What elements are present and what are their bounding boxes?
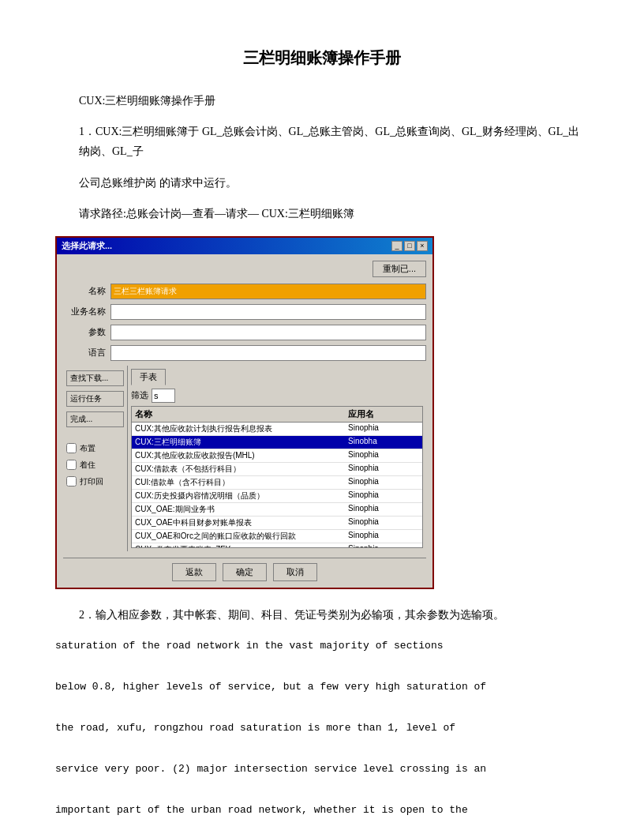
intro-paragraph: CUX:三栏明细账簿操作手册: [55, 91, 589, 111]
list-item-name: CUX_卷套发票来账表_ZFY: [135, 544, 348, 548]
list-item-app: Sinophia: [348, 504, 419, 515]
find-download-button[interactable]: 查找下载...: [66, 370, 124, 386]
list-area: 名称 应用名 CUX:其他应收款计划执行报告利息报表 Sinophia CUX:…: [131, 406, 423, 548]
list-item-selected[interactable]: CUX:三栏明细账簿 Sinobha: [132, 436, 422, 449]
param-row: 参数: [63, 325, 426, 340]
dialog-left-panel: 查找下载... 运行任务 完成... 布置 着住 打印回: [63, 366, 128, 551]
copy-checkbox-row: 布置: [66, 443, 124, 454]
mono-text-paragraph: saturation of the road network in the va…: [55, 636, 589, 834]
list-item-app: Sinophia: [348, 477, 419, 488]
minimize-button[interactable]: _: [391, 241, 402, 251]
dialog-title: 选择此请求...: [62, 240, 112, 252]
filter-input[interactable]: [152, 389, 175, 403]
list-item[interactable]: CUI:借款单（含不行科目） Sinophia: [132, 476, 422, 490]
titlebar-buttons: _ □ ×: [391, 241, 428, 251]
step2-paragraph: 2．输入相应参数，其中帐套、期间、科目、凭证号类别为必输项，其余参数为选输项。: [55, 605, 589, 625]
list-item[interactable]: CUX_OAE:期间业务书 Sinophia: [132, 503, 422, 517]
list-item-app: Sinophia: [348, 490, 419, 502]
tabs-area: 手表: [131, 369, 423, 385]
query-label: 语言: [63, 347, 110, 359]
dialog-right-panel: 手表 筛选 名称 应用名 CUX:其他应收款计划执行报告利息报: [128, 366, 426, 551]
list-item-app: Sinophia: [348, 531, 419, 542]
maximize-button[interactable]: □: [404, 241, 415, 251]
top-search-area: 重制已...: [63, 261, 426, 277]
app-input[interactable]: [110, 304, 426, 320]
save-checkbox-row: 着住: [66, 460, 124, 471]
copy-label: 布置: [80, 443, 95, 454]
dialog-titlebar: 选择此请求... _ □ ×: [57, 238, 432, 254]
bottom-buttons: 返款 确定 取消: [63, 558, 426, 581]
name-label: 名称: [63, 285, 110, 297]
name-row: 名称 三栏三栏账簿请求: [63, 284, 426, 299]
dialog-main-layout: 查找下载... 运行任务 完成... 布置 着住 打印回: [63, 366, 426, 551]
filter-label: 筛选: [131, 389, 148, 401]
cancel-button[interactable]: 取消: [273, 563, 317, 581]
list-header-name: 名称: [135, 408, 348, 420]
step1-suffix: 公司总账维护岗 的请求中运行。: [55, 173, 589, 193]
page-title: 三栏明细账簿操作手册: [55, 47, 589, 69]
list-header: 名称 应用名: [132, 407, 422, 423]
query-input[interactable]: [110, 345, 426, 361]
list-item-name: CUX:其他应收款应收款报告(MHL): [135, 450, 348, 461]
list-item-name: CUX:三栏明细账簿: [135, 437, 348, 448]
list-item-app: Sinophia: [348, 450, 419, 461]
list-item-name: CUX_OAE和Orc之间的账口应收款的银行回款: [135, 531, 348, 542]
param-input[interactable]: [110, 325, 426, 340]
list-item-app: Sinophia: [348, 464, 419, 475]
name-input[interactable]: 三栏三栏账簿请求: [110, 284, 426, 299]
save-checkbox[interactable]: [66, 460, 77, 470]
list-item[interactable]: CUX_OAE中科目财参对账单报表 Sinophia: [132, 517, 422, 530]
app-label: 业务名称: [63, 306, 110, 317]
reset-button[interactable]: 重制已...: [373, 261, 426, 277]
back-button[interactable]: 返款: [172, 563, 216, 581]
complete-button[interactable]: 完成...: [66, 411, 124, 427]
back-checkbox[interactable]: [66, 476, 77, 486]
step1-paragraph: 1．CUX:三栏明细账簿于 GL_总账会计岗、GL_总账主管岗、GL_总账查询岗…: [55, 122, 589, 161]
list-item-name: CUX:历史投摄内容情况明细（品质）: [135, 490, 348, 502]
query-row: 语言: [63, 345, 426, 361]
filter-row: 筛选: [131, 389, 423, 403]
list-header-app: 应用名: [348, 408, 419, 420]
param-label: 参数: [63, 326, 110, 338]
list-item-name: CUX:其他应收款计划执行报告利息报表: [135, 423, 348, 434]
dialog-body: 重制已... 名称 三栏三栏账簿请求 业务名称 参数 语言 查找下载...: [57, 254, 432, 588]
list-item-name: CUX:借款表（不包括行科目）: [135, 464, 348, 475]
list-item[interactable]: CUX_卷套发票来账表_ZFY Sinophia: [132, 543, 422, 548]
save-label: 着住: [80, 460, 95, 471]
back-label: 打印回: [80, 476, 103, 487]
ok-button[interactable]: 确定: [223, 563, 267, 581]
list-item-app: Sinophia: [348, 517, 419, 528]
back-checkbox-row: 打印回: [66, 476, 124, 487]
step1-path: 请求路径:总账会计岗—查看—请求— CUX:三栏明细账簿: [55, 204, 589, 224]
list-item-name: CUI:借款单（含不行科目）: [135, 477, 348, 488]
list-item-name: CUX_OAE:期间业务书: [135, 504, 348, 515]
list-item-app: Sinophia: [348, 544, 419, 548]
copy-checkbox[interactable]: [66, 443, 77, 453]
list-item[interactable]: CUX_OAE和Orc之间的账口应收款的银行回款 Sinophia: [132, 530, 422, 543]
list-item[interactable]: CUX:历史投摄内容情况明细（品质） Sinophia: [132, 490, 422, 503]
list-item-app: Sinophia: [348, 423, 419, 434]
dialog-screenshot: 选择此请求... _ □ × 重制已... 名称 三栏三栏账簿请求 业务名称 参…: [55, 236, 434, 589]
list-item[interactable]: CUX:其他应收款应收款报告(MHL) Sinophia: [132, 449, 422, 463]
tab-active[interactable]: 手表: [131, 369, 166, 385]
close-button[interactable]: ×: [417, 241, 428, 251]
list-item-name: CUX_OAE中科目财参对账单报表: [135, 517, 348, 528]
list-item[interactable]: CUX:借款表（不包括行科目） Sinophia: [132, 463, 422, 476]
launch-task-button[interactable]: 运行任务: [66, 391, 124, 407]
list-item-app: Sinobha: [348, 437, 419, 448]
app-row: 业务名称: [63, 304, 426, 320]
list-item[interactable]: CUX:其他应收款计划执行报告利息报表 Sinophia: [132, 423, 422, 436]
